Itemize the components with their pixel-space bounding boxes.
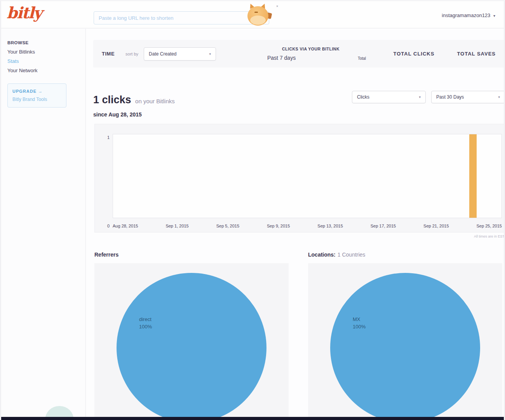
x-axis-tick: Sep 17, 2015 — [371, 224, 396, 228]
username-label: instagramamazon123 — [442, 12, 490, 18]
clicks-count-suffix: on your Bitlinks — [135, 98, 175, 104]
stats-content: TIME sort by Date Created ▾ CLICKS VIA Y… — [86, 29, 504, 420]
sidebar-item-your-network[interactable]: Your Network — [7, 68, 85, 73]
toolbar-right: TOTAL CLICKS TOTAL SAVES — [394, 51, 496, 57]
date-range-select-value: Past 30 Days — [436, 94, 464, 100]
metric-select[interactable]: Clicks ▾ — [352, 91, 426, 103]
bitly-logo[interactable]: bitly — [7, 3, 42, 22]
clicks-summary: 1 clicks on your Bitlinks since Aug 28, … — [93, 91, 175, 118]
x-axis-tick: Sep 1, 2015 — [165, 224, 188, 228]
locations-count: 1 Countries — [338, 252, 366, 258]
sort-order-select[interactable]: Date Created ▾ — [144, 47, 216, 61]
sidebar-item-stats[interactable]: Stats — [7, 58, 85, 64]
locations-panel: MX 100% — [308, 263, 502, 420]
x-axis-ticks: 0 Aug 28, 2015 Sep 1, 2015 Sep 5, 2015 S… — [113, 224, 502, 228]
x-axis-tick: Sep 5, 2015 — [216, 224, 239, 228]
chart-plot-area — [113, 134, 502, 218]
total-clicks-column-header: TOTAL CLICKS — [394, 51, 435, 57]
past-7-days-label: Past 7 days — [267, 55, 296, 61]
sparkle-icon: × — [276, 4, 278, 8]
referrer-percent: 100% — [139, 323, 152, 330]
sidebar-item-your-bitlinks[interactable]: Your Bitlinks — [7, 49, 85, 55]
chevron-down-icon: ▾ — [498, 95, 500, 99]
x-axis-tick: Aug 28, 2015 — [113, 224, 138, 228]
mascot-eye — [254, 12, 258, 13]
toolbar-left: TIME sort by Date Created ▾ — [102, 47, 216, 61]
toolbar-center: CLICKS VIA YOUR BITLINK Past 7 days Tota… — [245, 47, 377, 61]
total-saves-column-header: TOTAL SAVES — [457, 51, 496, 57]
metric-select-value: Clicks — [357, 94, 369, 100]
locations-pie-label: MX 100% — [353, 316, 366, 330]
pufferfish-mascot-icon — [245, 3, 272, 26]
chevron-down-icon: ▾ — [209, 52, 211, 56]
clicks-count: 1 clicks — [93, 94, 131, 106]
x-axis-tick: Sep 9, 2015 — [267, 224, 290, 228]
stats-summary: 1 clicks on your Bitlinks since Aug 28, … — [93, 91, 505, 118]
referrers-panel: direct 100% — [94, 263, 289, 420]
sidebar: BROWSE Your Bitlinks Stats Your Network … — [1, 29, 86, 420]
referrers-pie: direct 100% — [117, 273, 266, 420]
clicks-via-bitlink-header: CLICKS VIA YOUR BITLINK — [245, 47, 377, 51]
locations-title: Locations:1 Countries — [308, 252, 365, 258]
upgrade-title: UPGRADE→ — [12, 89, 61, 94]
chart-bar — [469, 134, 477, 218]
chevron-down-icon: ▾ — [419, 95, 421, 99]
clicks-bar-chart: 1 0 Aug 28, 2015 Sep 1, 2015 Sep 5, 2015… — [94, 124, 505, 233]
x-axis-tick: Sep 21, 2015 — [423, 224, 449, 228]
arrow-right-icon: → — [38, 89, 43, 94]
user-menu[interactable]: instagramamazon123 ▾ — [442, 12, 495, 18]
sort-by-label: sort by — [125, 52, 138, 56]
referrers-pie-label: direct 100% — [139, 316, 152, 330]
referrers-title: Referrers — [94, 252, 118, 258]
total-label: Total — [358, 56, 366, 61]
time-column-header: TIME — [102, 51, 115, 57]
chevron-down-icon: ▾ — [493, 14, 495, 18]
location-percent: 100% — [353, 323, 366, 330]
location-name: MX — [353, 316, 366, 323]
sidebar-section-browse: BROWSE — [7, 40, 85, 45]
x-axis-tick: Sep 13, 2015 — [317, 224, 343, 228]
chart-controls: Clicks ▾ Past 30 Days ▾ — [352, 91, 505, 118]
bottom-bar — [1, 417, 504, 420]
mascot-belly — [250, 16, 266, 25]
since-date-label: since Aug 28, 2015 — [93, 111, 175, 118]
x-axis-tick: Sep 25, 2015 — [477, 224, 502, 228]
upgrade-card[interactable]: UPGRADE→ Bitly Brand Tools — [7, 83, 66, 108]
y-axis-tick-0: 0 — [107, 224, 110, 228]
bitlinks-toolbar: TIME sort by Date Created ▾ CLICKS VIA Y… — [93, 40, 505, 68]
bitly-stats-page: bitly × instagramamazon123 ▾ BROWSE Your… — [0, 0, 505, 420]
y-axis-tick-1: 1 — [107, 135, 110, 140]
shorten-url-input[interactable] — [94, 11, 269, 24]
date-range-select[interactable]: Past 30 Days ▾ — [431, 91, 505, 103]
upgrade-subtitle: Bitly Brand Tools — [12, 97, 61, 102]
referrer-name: direct — [139, 316, 152, 323]
sort-order-value: Date Created — [149, 51, 176, 57]
app-header: bitly × instagramamazon123 ▾ — [1, 1, 504, 28]
locations-pie: MX 100% — [330, 273, 480, 420]
timezone-note: All times are in EST — [94, 234, 505, 238]
